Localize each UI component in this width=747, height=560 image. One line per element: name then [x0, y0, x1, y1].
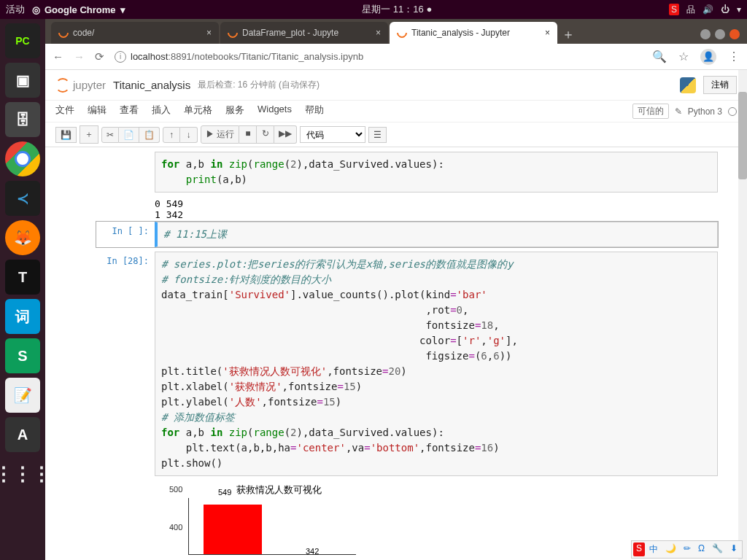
system-clock[interactable]: 星期一 11：16 ● [362, 3, 432, 16]
code-input[interactable]: # 11:15上课 [155, 222, 718, 247]
tab-titanic-analysis[interactable]: Titanic_analysis - Jupyter× [390, 22, 557, 44]
launcher-vscode[interactable]: ≺ [5, 181, 40, 216]
chrome-menu-icon[interactable]: ⋮ [728, 50, 740, 63]
profile-button[interactable]: 👤 [700, 49, 716, 65]
trusted-indicator[interactable]: 可信的 [632, 104, 669, 119]
launcher-firefox[interactable]: 🦊 [5, 220, 40, 255]
ime-lang[interactable]: 中 [646, 542, 661, 556]
y-tick: 400 [169, 523, 182, 532]
cell-output-text: 0 549 1 342 [155, 197, 718, 222]
ime-down-icon[interactable]: ⬇ [727, 542, 740, 556]
paste-button[interactable]: 📋 [139, 127, 160, 143]
forward-button[interactable]: → [74, 50, 85, 63]
restart-button[interactable]: ↻ [257, 125, 274, 144]
run-button[interactable]: ▶ 运行 [201, 125, 239, 144]
tab-label: Titanic_analysis - Jupyter [411, 28, 510, 38]
jupyter-icon [56, 26, 71, 40]
menu-widgets[interactable]: Widgets [258, 104, 292, 119]
move-down-button[interactable]: ↓ [180, 127, 198, 143]
window-minimize[interactable] [700, 29, 711, 39]
launcher-text-editor[interactable]: T [5, 260, 40, 295]
insert-cell-button[interactable]: ＋ [80, 125, 98, 144]
ime-wrench-icon[interactable]: 🔧 [709, 542, 726, 556]
chrome-url-bar: ← → ⟳ i localhost:8891/notebooks/Titanic… [45, 44, 747, 70]
volume-icon[interactable]: 🔊 [703, 4, 713, 15]
checkpoint-status: 最后检查: 16 分钟前 (自动保存) [198, 79, 320, 91]
code-cell-28[interactable]: In [28]: # series.plot:把series的行索引认为是x轴,… [96, 252, 718, 476]
code-cell[interactable]: for a,b in zip(range(2),data_Survived.va… [96, 152, 718, 192]
menu-insert[interactable]: 插入 [152, 104, 171, 119]
window-close[interactable] [729, 29, 740, 39]
menu-kernel[interactable]: 服务 [225, 104, 244, 119]
chrome-icon: ◎ [32, 4, 40, 15]
search-icon[interactable]: 🔍 [652, 50, 667, 63]
menu-view[interactable]: 查看 [120, 104, 139, 119]
ime-pencil-icon[interactable]: ✏ [681, 542, 694, 556]
tab-dataframe-plot[interactable]: DataFrame_plot - Jupyte× [220, 22, 388, 44]
back-button[interactable]: ← [53, 50, 63, 63]
copy-button[interactable]: 📄 [119, 127, 139, 143]
notebook-menu: 文件 编辑 查看 插入 单元格 服务 Widgets 帮助 可信的 ✎ Pyth… [45, 101, 747, 122]
notebook-body[interactable]: for a,b in zip(range(2),data_Survived.va… [45, 147, 747, 560]
chevron-down-icon[interactable]: ▾ [737, 4, 741, 15]
input-method-icon[interactable]: S [669, 4, 679, 15]
window-maximize[interactable] [715, 29, 725, 39]
launcher-pycharm[interactable]: PC [5, 23, 40, 58]
code-cell-selected[interactable]: In [ ]: # 11:15上课 [96, 222, 718, 247]
ime-toolbar[interactable]: S 中 🌙 ✏ Ω 🔧 ⬇ [631, 540, 743, 559]
launcher-update[interactable]: A [5, 417, 40, 452]
launcher-files[interactable]: 🗄 [5, 102, 40, 137]
ime-logo[interactable]: S [633, 542, 645, 556]
jupyter-logo[interactable]: jupyter [55, 78, 106, 93]
command-palette-button[interactable]: ☰ [368, 127, 387, 143]
menu-file[interactable]: 文件 [55, 104, 74, 119]
notebook-title[interactable]: Titanic_analysis [113, 79, 190, 91]
cell-prompt: In [28]: [96, 252, 155, 476]
launcher-wps[interactable]: S [5, 338, 40, 373]
vertical-scrollbar[interactable] [738, 70, 747, 560]
ime-omega-icon[interactable]: Ω [695, 542, 708, 556]
ime-moon-icon[interactable]: 🌙 [662, 542, 679, 556]
site-info-icon[interactable]: i [115, 51, 126, 63]
kernel-name[interactable]: Python 3 [688, 106, 722, 117]
close-icon[interactable]: × [376, 28, 381, 38]
launcher-dictionary[interactable]: 词 [5, 299, 40, 334]
launcher-terminal[interactable]: ▣ [5, 63, 40, 98]
run-all-button[interactable]: ▶▶ [274, 125, 297, 144]
move-up-button[interactable]: ↑ [163, 127, 180, 143]
power-icon[interactable]: ⏻ [721, 4, 729, 15]
address-field[interactable]: i localhost:8891/notebooks/Titanic/Titan… [115, 51, 642, 63]
save-button[interactable]: 💾 [55, 127, 77, 143]
code-input[interactable]: for a,b in zip(range(2),data_Survived.va… [155, 152, 718, 192]
reload-button[interactable]: ⟳ [95, 50, 104, 63]
launcher-show-apps[interactable]: ⋮⋮⋮ [5, 456, 40, 491]
chart-bar-0-label: 549 [218, 488, 231, 497]
new-tab-button[interactable]: ＋ [559, 25, 578, 44]
launcher-dock: PC ▣ 🗄 ≺ 🦊 T 词 S 📝 A ⋮⋮⋮ [0, 19, 45, 560]
bookmark-icon[interactable]: ☆ [678, 50, 689, 63]
menu-edit[interactable]: 编辑 [88, 104, 107, 119]
active-app-indicator[interactable]: ◎ Google Chrome ▾ [32, 4, 125, 15]
edit-mode-icon[interactable]: ✎ [675, 106, 682, 117]
jupyter-icon [395, 26, 409, 40]
notebook-header: jupyter Titanic_analysis 最后检查: 16 分钟前 (自… [45, 70, 747, 101]
chrome-window: code/× DataFrame_plot - Jupyte× Titanic_… [45, 19, 747, 560]
close-icon[interactable]: × [545, 28, 550, 38]
tab-code[interactable]: code/× [51, 22, 219, 44]
kernel-status-icon [728, 107, 737, 116]
launcher-chrome[interactable] [5, 141, 40, 176]
network-icon[interactable]: 品 [686, 4, 695, 16]
code-input[interactable]: # series.plot:把series的行索引认为是x轴,series的数值… [155, 252, 718, 476]
interrupt-button[interactable]: ■ [239, 125, 257, 144]
cut-button[interactable]: ✂ [101, 127, 119, 143]
launcher-notes[interactable]: 📝 [5, 378, 40, 413]
scroll-thumb[interactable] [738, 92, 747, 179]
close-icon[interactable]: × [206, 28, 212, 38]
system-tray[interactable]: S 品 🔊 ⏻ ▾ [669, 4, 741, 16]
menu-help[interactable]: 帮助 [305, 104, 324, 119]
menu-cell[interactable]: 单元格 [184, 104, 212, 119]
logout-button[interactable]: 注销 [703, 76, 737, 94]
activities-button[interactable]: 活动 [6, 3, 25, 16]
cell-type-select[interactable]: 代码 [300, 126, 365, 143]
notebook-toolbar: 💾 ＋ ✂ 📄 📋 ↑ ↓ ▶ 运行 ■ ↻ ▶▶ 代码 ☰ [45, 122, 747, 147]
